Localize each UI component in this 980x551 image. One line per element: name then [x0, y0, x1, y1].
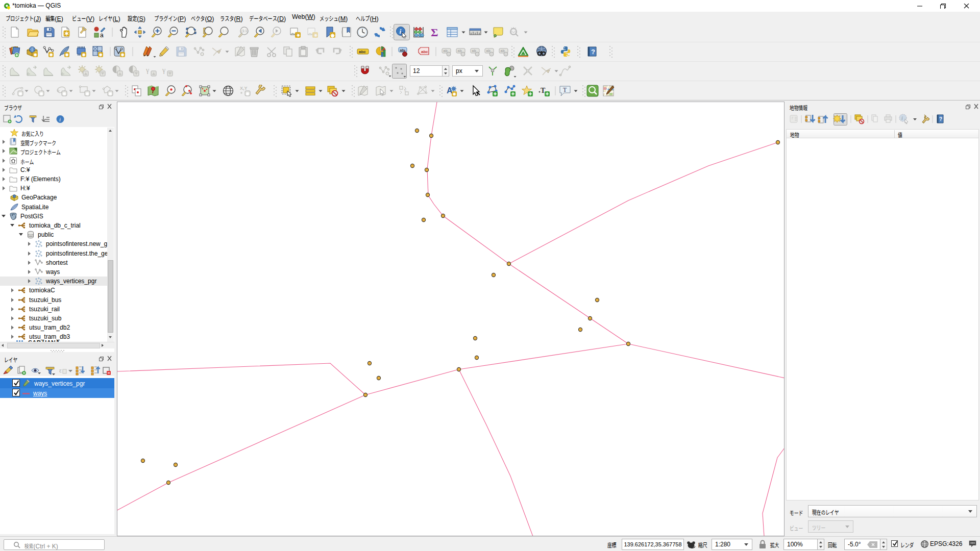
svg-text:ε: ε [59, 367, 62, 374]
svg-text:i: i [59, 116, 61, 122]
svg-text:i: i [901, 115, 903, 121]
svg-text:?: ? [939, 116, 942, 122]
